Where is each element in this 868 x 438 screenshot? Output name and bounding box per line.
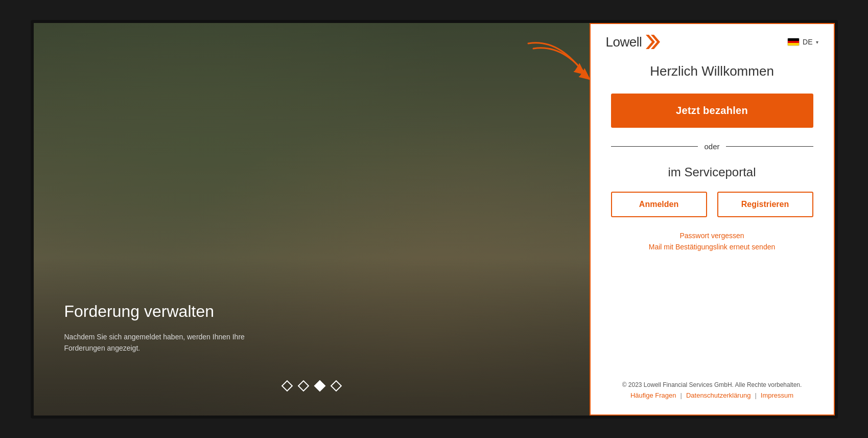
slider-dot-3[interactable]: [314, 380, 325, 391]
divider-line-left: [611, 146, 698, 147]
slider-dot-2[interactable]: [297, 380, 309, 391]
pay-now-button[interactable]: Jetzt bezahlen: [611, 94, 813, 128]
right-content: Herzlich Willkommen Jetzt bezahlen oder …: [591, 58, 834, 414]
footer-sep-1: |: [681, 391, 682, 399]
forgot-password-link[interactable]: Passwort vergessen: [679, 232, 744, 240]
panel-header: Lowell DE ▾: [591, 24, 834, 58]
divider-text: oder: [704, 142, 719, 151]
logo-arrow-icon: [646, 35, 661, 49]
privacy-link[interactable]: Datenschutzerklärung: [686, 391, 750, 399]
faq-link[interactable]: Häufige Fragen: [630, 391, 676, 399]
slider-dots: [283, 382, 340, 390]
divider: oder: [611, 142, 813, 151]
resend-link[interactable]: Mail mit Bestätigungslink erneut senden: [649, 243, 775, 251]
serviceportal-label: im Serviceportal: [668, 165, 756, 179]
flag-yellow-stripe: [788, 43, 799, 45]
welcome-heading: Herzlich Willkommen: [650, 63, 774, 79]
logo-text: Lowell: [606, 34, 642, 50]
footer-sep-2: |: [755, 391, 756, 399]
left-panel: Forderung verwalten Nachdem Sie sich ang…: [34, 23, 590, 416]
slider-dot-4[interactable]: [330, 380, 342, 391]
login-button[interactable]: Anmelden: [611, 192, 707, 217]
hero-description: Nachdem Sie sich angemeldet haben, werde…: [64, 331, 259, 354]
lang-code: DE: [803, 38, 812, 46]
right-panel: Lowell DE ▾ Herzlich Willkomm: [590, 23, 835, 416]
imprint-link[interactable]: Impressum: [761, 391, 793, 399]
footer-links: Häufige Fragen | Datenschutzerklärung | …: [622, 391, 802, 399]
footer: © 2023 Lowell Financial Services GmbH. A…: [622, 376, 802, 399]
copyright-text: © 2023 Lowell Financial Services GmbH. A…: [622, 381, 802, 388]
slider-dot-1[interactable]: [281, 380, 293, 391]
chevron-down-icon: ▾: [816, 39, 818, 45]
action-buttons: Anmelden Registrieren: [611, 192, 813, 217]
panel-overlay: [34, 23, 590, 416]
register-button[interactable]: Registrieren: [717, 192, 813, 217]
left-content: Forderung verwalten Nachdem Sie sich ang…: [64, 302, 259, 354]
language-selector[interactable]: DE ▾: [787, 38, 818, 46]
divider-line-right: [726, 146, 813, 147]
flag-de-icon: [787, 38, 800, 46]
extra-links: Passwort vergessen Mail mit Bestätigungs…: [649, 232, 775, 251]
logo-arrows: [646, 35, 661, 49]
main-frame: Forderung verwalten Nachdem Sie sich ang…: [31, 20, 838, 419]
logo: Lowell: [606, 34, 662, 50]
hero-title: Forderung verwalten: [64, 302, 259, 321]
